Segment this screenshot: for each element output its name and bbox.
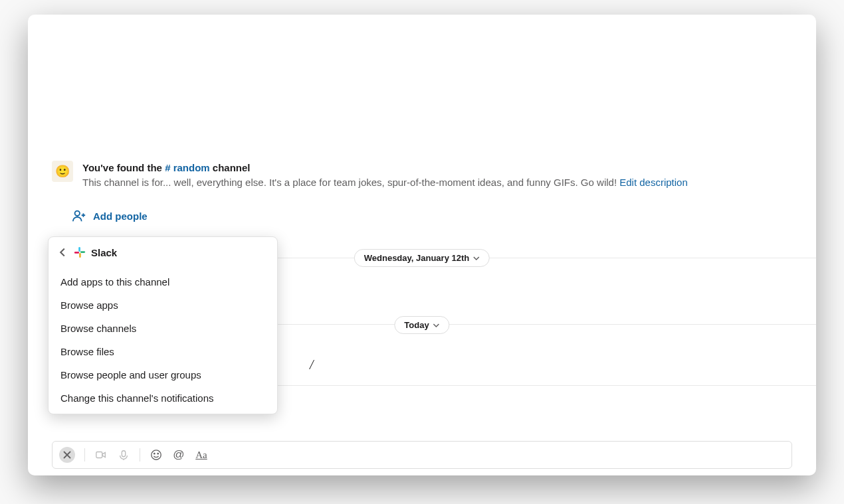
menu-back-button[interactable] (58, 248, 67, 257)
chevron-left-icon (58, 248, 67, 257)
chevron-down-icon (473, 255, 480, 262)
channel-intro: 🙂 You've found the # random channel This… (52, 161, 792, 190)
svg-rect-11 (74, 252, 79, 254)
menu-title-text: Slack (91, 247, 117, 258)
intro-title: You've found the # random channel (82, 161, 792, 175)
menu-item-browse-people[interactable]: Browse people and user groups (49, 363, 277, 386)
svg-point-0 (75, 211, 80, 216)
video-icon (95, 449, 107, 461)
at-icon: @ (173, 448, 184, 462)
channel-link[interactable]: # random (165, 162, 210, 173)
emoji-button[interactable] (150, 448, 163, 462)
microphone-icon (118, 449, 130, 461)
date-pill-today[interactable]: Today (394, 316, 449, 334)
stray-text: / (310, 357, 314, 373)
intro-title-prefix: You've found the (82, 162, 165, 173)
menu-item-add-apps[interactable]: Add apps to this channel (49, 270, 277, 294)
svg-rect-8 (78, 247, 80, 252)
menu-title: Slack (74, 246, 117, 258)
menu-item-browse-files[interactable]: Browse files (49, 340, 277, 363)
date-pill-jan12[interactable]: Wednesday, January 12th (354, 249, 490, 267)
chevron-down-icon (433, 322, 440, 329)
shortcuts-menu: Slack Add apps to this channel Browse ap… (48, 236, 278, 414)
menu-item-change-notifications[interactable]: Change this channel's notifications (49, 386, 277, 410)
date-label: Wednesday, January 12th (364, 253, 469, 263)
message-composer[interactable]: @ Aa (52, 441, 792, 469)
smiley-icon: 🙂 (52, 161, 73, 182)
svg-point-5 (152, 450, 161, 460)
svg-rect-4 (122, 451, 125, 457)
add-person-icon (72, 209, 86, 223)
intro-description-text: This channel is for... well, everything … (82, 177, 619, 188)
video-button[interactable] (94, 448, 108, 462)
intro-title-suffix: channel (210, 162, 251, 173)
svg-point-7 (158, 453, 158, 454)
add-people-label: Add people (93, 210, 148, 222)
format-icon: Aa (195, 450, 207, 461)
svg-rect-9 (80, 251, 85, 253)
svg-point-6 (154, 453, 155, 454)
edit-description-link[interactable]: Edit description (619, 177, 688, 188)
divider (84, 448, 85, 462)
emoji-icon (150, 449, 162, 461)
menu-item-browse-apps[interactable]: Browse apps (49, 294, 277, 317)
svg-rect-10 (79, 253, 81, 258)
svg-rect-3 (96, 452, 102, 458)
divider (140, 448, 140, 462)
format-button[interactable]: Aa (195, 448, 208, 462)
slack-icon (74, 246, 86, 258)
add-people-button[interactable]: Add people (72, 209, 148, 223)
mention-button[interactable]: @ (172, 448, 185, 462)
menu-header: Slack (49, 237, 277, 270)
intro-text: You've found the # random channel This c… (82, 161, 792, 190)
mic-button[interactable] (117, 448, 130, 462)
close-shortcuts-button[interactable] (59, 447, 75, 463)
menu-item-browse-channels[interactable]: Browse channels (49, 317, 277, 340)
date-label: Today (404, 320, 429, 330)
app-window: 🙂 You've found the # random channel This… (28, 15, 816, 475)
close-icon (61, 449, 73, 461)
intro-description: This channel is for... well, everything … (82, 175, 792, 190)
